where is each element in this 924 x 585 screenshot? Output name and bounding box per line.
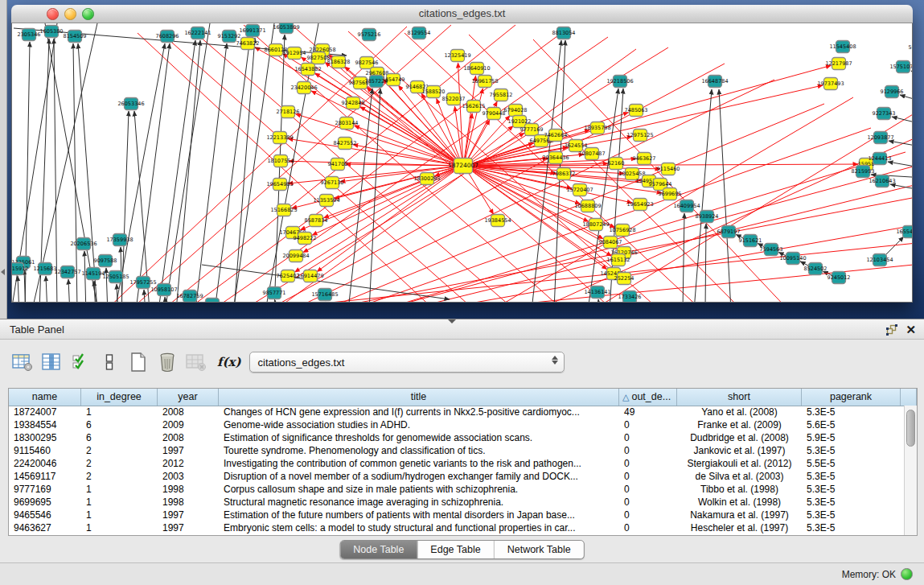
table-select-value: citations_edges.txt — [258, 356, 345, 369]
graph-node-7485063[interactable]: 7485063 — [625, 105, 648, 117]
graph-node-11353594[interactable]: 11353594 — [313, 195, 339, 207]
cell-in_degree: 2 — [81, 457, 158, 470]
graph-node-7594563[interactable]: 7594563 — [760, 244, 783, 256]
network-canvas[interactable]: 1872400774638228660128591295423226058982… — [11, 23, 913, 303]
graph-node-16991371[interactable]: 16991371 — [239, 25, 265, 37]
split-handle[interactable] — [448, 319, 456, 323]
table-row[interactable]: 1938455462009Genome-wide association stu… — [9, 418, 905, 431]
graph-node-19654923[interactable]: 19654923 — [626, 199, 653, 211]
column-header-name[interactable]: name — [9, 389, 81, 406]
graph-node-12093877[interactable]: 12093877 — [867, 132, 893, 144]
graph-node-9227343[interactable]: 9227343 — [873, 108, 896, 120]
create-column-button[interactable] — [125, 350, 151, 374]
graph-node-11545408[interactable]: 11545408 — [829, 41, 856, 53]
panel-collapse-arrow-icon[interactable] — [1, 269, 5, 275]
citation-edge-red — [468, 120, 490, 159]
graph-node-12213389[interactable]: 12213389 — [266, 132, 293, 144]
graph-node-12325419[interactable]: 12325419 — [444, 50, 470, 62]
svg-text:18724007: 18724007 — [448, 162, 478, 169]
table-row[interactable]: 1456911722003Disruption of a novel membe… — [9, 470, 905, 483]
column-header-out_de[interactable]: △out_de... — [619, 389, 677, 406]
graph-node-16053809[interactable]: 16053809 — [273, 23, 299, 34]
graph-node-18640910[interactable]: 18640910 — [463, 63, 490, 75]
graph-node-62160[interactable]: 62160 — [608, 158, 625, 170]
graph-node-12217987[interactable]: 12217987 — [825, 58, 852, 70]
table-row[interactable]: 977716911998Corpus callosum shape and si… — [9, 483, 905, 496]
graph-node-15751074[interactable]: 15751074 — [889, 61, 912, 73]
svg-text:12325419: 12325419 — [444, 52, 470, 59]
graph-node-7625402[interactable]: 7625402 — [277, 270, 300, 282]
cell-year: 1998 — [158, 483, 219, 496]
function-builder-button[interactable]: f(x) — [217, 355, 241, 369]
graph-node-9151621[interactable]: 9151621 — [739, 235, 762, 247]
row-height-button[interactable] — [97, 350, 122, 374]
network-window-titlebar[interactable]: citations_edges.txt — [11, 5, 913, 23]
graph-node-9463627[interactable]: 9463627 — [633, 153, 656, 165]
table-toolbar: f(x) citations_edges.txt — [0, 340, 924, 384]
graph-node-9790448[interactable]: 9790448 — [483, 108, 506, 120]
table-select-combo[interactable]: citations_edges.txt — [249, 352, 565, 373]
graph-node-16648784[interactable]: 16648784 — [701, 76, 728, 88]
table-row[interactable]: 946362711997Embryonic stem cells: a mode… — [9, 521, 905, 534]
table-row[interactable]: 969969511998Structural magnetic resonanc… — [9, 496, 905, 509]
float-panel-button[interactable] — [886, 324, 897, 336]
graph-node-8427552[interactable]: 8427552 — [334, 138, 357, 150]
graph-node-12103454[interactable]: 12103454 — [866, 254, 893, 266]
graph-node-1605380[interactable]: 1605380 — [40, 26, 64, 38]
select-columns-button[interactable] — [39, 350, 64, 374]
close-panel-button[interactable]: ✕ — [906, 323, 916, 336]
graph-node-10688809[interactable]: 10688809 — [574, 200, 601, 212]
graph-node-7955812[interactable]: 7955812 — [490, 89, 513, 101]
tab-node-table[interactable]: Node Table — [340, 541, 417, 558]
graph-node-2718126[interactable]: 2718126 — [277, 106, 300, 118]
citation-edge-black — [719, 89, 731, 302]
graph-node-9097588[interactable]: 9097588 — [94, 255, 117, 267]
tab-network-table[interactable]: Network Table — [494, 541, 584, 558]
graph-node-16554274[interactable]: 16554274 — [896, 226, 912, 238]
memory-status-indicator[interactable] — [901, 568, 913, 580]
graph-node-8938924[interactable]: 8938924 — [696, 211, 719, 223]
column-header-pagerank[interactable]: pagerank — [802, 389, 901, 406]
graph-node-19218506[interactable]: 19218506 — [606, 76, 633, 88]
graph-node-8587834[interactable]: 8587834 — [305, 215, 328, 227]
table-row[interactable]: 1830029562008Estimation of significance … — [9, 431, 905, 444]
graph-node-6879197[interactable]: 6879197 — [717, 226, 741, 238]
table-row[interactable]: 2242004622012Investigating the contribut… — [9, 457, 905, 470]
column-header-year[interactable]: year — [158, 389, 219, 406]
cell-out_de: 0 — [619, 470, 677, 483]
graph-node-26053346[interactable]: 26053346 — [117, 98, 144, 110]
graph-node-1215683[interactable]: 1215683 — [34, 263, 57, 275]
graph-node-18107554[interactable]: 18107554 — [267, 155, 294, 167]
graph-node-15166825[interactable]: 15166825 — [270, 204, 297, 216]
vertical-scrollbar[interactable] — [904, 406, 917, 535]
tab-edge-table[interactable]: Edge Table — [417, 541, 493, 558]
column-header-title[interactable]: title — [219, 389, 619, 406]
graph-node-16782759[interactable]: 16782759 — [176, 290, 203, 303]
graph-node-9857771[interactable]: 9857771 — [263, 287, 286, 299]
table-row[interactable]: 946554611997Estimation of the future num… — [9, 509, 905, 521]
graph-node-16543882[interactable]: 16543882 — [294, 64, 321, 76]
citation-network-graph[interactable]: 1872400774638228660128591295423226058982… — [12, 23, 912, 302]
graph-node-16222141[interactable]: 16222141 — [184, 27, 211, 39]
graph-node-9575216[interactable]: 9575216 — [358, 29, 381, 41]
column-header-short[interactable]: short — [677, 389, 802, 406]
table-row[interactable]: 911546021997Tourette syndrome. Phenomeno… — [9, 444, 905, 457]
graph-node-15720407[interactable]: 15720407 — [566, 184, 593, 196]
delete-column-button[interactable] — [154, 350, 180, 374]
graph-node-941700[interactable]: 941700 — [328, 159, 348, 171]
graph-node-8129554[interactable]: 8129554 — [408, 27, 431, 39]
graph-node-8524502[interactable]: 8524502 — [804, 263, 827, 275]
graph-node-5994162[interactable]: 5994162 — [909, 42, 912, 54]
table-mode-button[interactable] — [10, 350, 35, 374]
table-row[interactable]: 1872400712008Changes of HCN gene express… — [9, 406, 905, 418]
graph-node-16210643[interactable]: 16210643 — [869, 175, 895, 187]
graph-node-252254[interactable]: 252254 — [614, 273, 634, 285]
graph-node-8154509[interactable]: 8154509 — [64, 31, 87, 43]
column-checklist-button[interactable] — [68, 350, 93, 374]
column-header-in_degree[interactable]: in_degree — [81, 389, 158, 406]
scrollbar-thumb[interactable] — [906, 410, 915, 447]
graph-node-16409954[interactable]: 16409954 — [673, 200, 700, 212]
graph-node-9129966[interactable]: 9129966 — [881, 86, 904, 98]
graph-node-19737493[interactable]: 19737493 — [817, 78, 844, 90]
graph-node-16914479[interactable]: 16914479 — [297, 270, 323, 282]
